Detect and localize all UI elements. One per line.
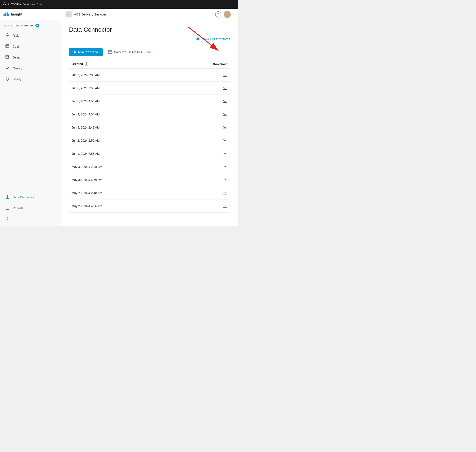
run-extraction-button[interactable]: Run extraction: [69, 48, 103, 56]
sidebar-item-cost-label: Cost: [13, 45, 19, 48]
table-row: Jun 5, 2024 4:50 AM: [69, 95, 230, 108]
sidebar-bottom: Data Connector Reports: [0, 190, 61, 226]
schedule-info: Daily at 1:00 AM MDT (edit): [108, 50, 152, 55]
download-button[interactable]: [222, 98, 228, 105]
table-row: Jun 4, 2024 4:54 AM: [69, 108, 230, 121]
row-date: Jun 1, 2024 7:58 AM: [69, 147, 173, 160]
col-header-download: Download: [173, 60, 230, 68]
page-title: Data Connector: [69, 26, 230, 33]
table-row: Jun 7, 2024 6:38 AM: [69, 68, 230, 82]
sidebar-item-risk-label: Risk: [13, 34, 19, 37]
row-download-cell: [173, 82, 230, 95]
quality-icon: [5, 66, 10, 71]
app-header: Insight ▾ CC ACS Delivery Services ▾ ? ▾: [0, 9, 238, 20]
power-bi-area: Power BI templates: [69, 37, 230, 41]
svg-text:CC: CC: [67, 14, 70, 16]
power-bi-label: Power BI templates: [202, 37, 230, 41]
download-button[interactable]: [222, 72, 228, 78]
edit-schedule-button[interactable]: (edit): [145, 50, 152, 54]
app-chevron[interactable]: ▾: [24, 13, 26, 15]
download-button[interactable]: [222, 111, 228, 118]
design-icon: [5, 55, 10, 60]
extractions-table-container[interactable]: Created i Download Jun 7, 2024 6:38 AM: [69, 60, 230, 226]
autodesk-logo: AUTODESK Construction Cloud: [3, 2, 43, 6]
avatar-chevron[interactable]: ▾: [233, 13, 235, 15]
add-overview-button[interactable]: +: [35, 24, 39, 27]
project-chevron[interactable]: ▾: [109, 13, 110, 15]
safety-icon: [5, 77, 10, 82]
download-button[interactable]: [222, 163, 228, 170]
risk-icon: [5, 33, 10, 38]
sidebar-collapse-button[interactable]: [0, 214, 61, 224]
row-download-cell: [173, 108, 230, 121]
row-date: May 31, 2024 2:48 AM: [69, 160, 173, 173]
extractions-table: Created i Download Jun 7, 2024 6:38 AM: [69, 60, 230, 213]
brand-label: AUTODESK: [8, 3, 21, 6]
row-date: Jun 3, 2024 2:48 AM: [69, 121, 173, 134]
product-label: Construction Cloud: [23, 3, 43, 6]
table-body: Jun 7, 2024 6:38 AM Jun 6, 2024 7:56 AM: [69, 68, 230, 213]
sidebar: EXECUTIVE OVERVIEW + Risk Cost: [0, 20, 61, 226]
power-bi-icon: [196, 37, 200, 41]
sidebar-item-safety[interactable]: Safety: [0, 74, 61, 85]
row-download-cell: [173, 95, 230, 108]
row-date: Jun 4, 2024 4:54 AM: [69, 108, 173, 121]
run-btn-label: Run extraction: [78, 50, 98, 54]
download-button[interactable]: [222, 85, 228, 92]
row-date: May 28, 2024 4:56 AM: [69, 199, 173, 213]
calendar-icon: [108, 50, 112, 55]
avatar[interactable]: [224, 11, 231, 18]
svg-point-7: [7, 36, 8, 37]
collapse-icon: [5, 216, 10, 221]
download-button[interactable]: [222, 137, 228, 144]
download-button[interactable]: [222, 124, 228, 131]
table-header: Created i Download: [69, 60, 230, 68]
table-row: Jun 1, 2024 7:58 AM: [69, 147, 230, 160]
sidebar-item-design[interactable]: Design: [0, 52, 61, 63]
table-row: Jun 3, 2024 2:48 AM: [69, 121, 230, 134]
project-logo: CC: [66, 11, 72, 17]
row-download-cell: [173, 160, 230, 173]
topbar: AUTODESK Construction Cloud: [0, 0, 238, 9]
download-button[interactable]: [222, 189, 228, 196]
row-download-cell: [173, 147, 230, 160]
download-button[interactable]: [222, 150, 228, 157]
sidebar-nav: Risk Cost Design Quality: [0, 29, 61, 190]
toolbar: Run extraction Daily at 1:00 AM MDT (edi…: [61, 44, 238, 60]
table-row: May 31, 2024 2:48 AM: [69, 160, 230, 173]
table-row: May 30, 2024 4:56 PM: [69, 173, 230, 186]
svg-marker-0: [3, 3, 6, 6]
row-date: May 29, 2024 2:48 AM: [69, 186, 173, 199]
sidebar-item-data-connector[interactable]: Data Connector: [0, 192, 61, 203]
svg-point-3: [226, 12, 229, 15]
row-download-cell: [173, 173, 230, 186]
autodesk-icon: [3, 2, 7, 6]
sidebar-item-cost[interactable]: Cost: [0, 41, 61, 52]
power-bi-link[interactable]: Power BI templates: [196, 37, 230, 41]
row-download-cell: [173, 199, 230, 213]
row-download-cell: [173, 121, 230, 134]
main-content: Data Connector Power BI templates Run ex…: [61, 20, 238, 226]
main-layout: EXECUTIVE OVERVIEW + Risk Cost: [0, 20, 238, 226]
app-nav: Insight ▾: [0, 9, 61, 20]
download-button[interactable]: [222, 176, 228, 183]
svg-rect-8: [6, 45, 9, 47]
sidebar-item-quality[interactable]: Quality: [0, 63, 61, 74]
download-button[interactable]: [222, 203, 228, 209]
sidebar-item-data-connector-label: Data Connector: [13, 196, 34, 199]
sidebar-section-label: EXECUTIVE OVERVIEW +: [0, 20, 61, 29]
project-selector[interactable]: CC ACS Delivery Services ▾: [61, 11, 212, 17]
row-download-cell: [173, 134, 230, 147]
svg-point-10: [6, 46, 7, 47]
col-header-created: Created i: [69, 60, 173, 68]
sidebar-item-risk[interactable]: Risk: [0, 30, 61, 41]
table-row: May 28, 2024 4:56 AM: [69, 199, 230, 213]
reports-icon: [5, 206, 10, 211]
sidebar-item-reports[interactable]: Reports: [0, 203, 61, 214]
table-row: May 29, 2024 2:48 AM: [69, 186, 230, 199]
help-button[interactable]: ?: [215, 11, 221, 17]
created-info-icon[interactable]: i: [85, 62, 88, 66]
row-date: May 30, 2024 4:56 PM: [69, 173, 173, 186]
data-connector-icon: [5, 195, 10, 200]
sidebar-item-quality-label: Quality: [13, 66, 22, 70]
